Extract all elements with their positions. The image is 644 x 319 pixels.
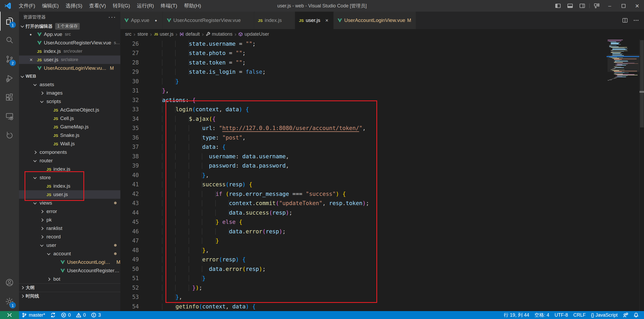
tree-folder-item[interactable]: error <box>19 207 120 216</box>
status-feedback[interactable] <box>620 311 631 319</box>
tree-folder-item[interactable]: components <box>19 148 120 156</box>
tree-file-item[interactable]: JSCell.js <box>19 114 120 123</box>
tree-folder-item[interactable]: scripts <box>19 97 120 106</box>
menu-item-0[interactable]: 文件(F) <box>15 0 39 12</box>
activity-remote-explorer-icon[interactable] <box>0 107 19 126</box>
activity-settings-icon[interactable]: 1 <box>0 292 19 311</box>
code-line-29: 29 state.is_login = false; <box>120 67 607 77</box>
activity-explorer-icon[interactable]: 1 <box>0 12 19 31</box>
maximize-button[interactable] <box>617 0 630 12</box>
tree-file-item[interactable]: UserAccountRegisterView.vue <box>19 266 120 275</box>
tree-file-item[interactable]: JSWall.js <box>19 140 120 148</box>
open-editor-item[interactable]: UserAccountLoginView.vu...M <box>19 64 120 72</box>
toggle-panel-icon[interactable] <box>564 0 576 12</box>
tree-folder-item[interactable]: pk <box>19 216 120 224</box>
open-editor-item[interactable]: UserAccountRegisterView.vues... <box>19 39 120 47</box>
status-空格: 4[interactable]: 空格: 4 <box>532 311 552 319</box>
activity-account-icon[interactable] <box>0 273 19 292</box>
editor-more-actions-icon[interactable] <box>633 17 639 24</box>
code-line-37: 37 data: { <box>120 142 607 152</box>
tree-folder-item[interactable]: record <box>19 233 120 241</box>
tree-file-item[interactable]: JSuser.js <box>19 190 120 199</box>
tree-file-item[interactable]: JSindex.js <box>19 182 120 190</box>
activity-search-icon[interactable] <box>0 31 19 50</box>
tree-folder-item[interactable]: account <box>19 249 120 258</box>
editor-scrollbar[interactable] <box>639 39 644 311</box>
menu-item-4[interactable]: 转到(G) <box>109 0 133 12</box>
activity-run-debug-icon[interactable] <box>0 69 19 88</box>
folder-label: assets <box>40 82 54 87</box>
activity-references-icon[interactable] <box>0 126 19 145</box>
open-editor-item[interactable]: ×JSuser.jssrc\store <box>19 56 120 64</box>
status-info[interactable]: 3 <box>88 311 103 319</box>
outline-section-header[interactable]: 大纲 <box>19 283 120 292</box>
breadcrumb-item-updateUser[interactable]: updateUser <box>238 31 269 37</box>
tree-file-item[interactable]: JSGameMap.js <box>19 123 120 131</box>
activity-source-control-icon[interactable]: 2 <box>0 50 19 69</box>
tree-folder-item[interactable]: assets <box>19 80 120 89</box>
scrollbar-thumb[interactable] <box>640 40 644 127</box>
sidebar-title: 资源管理器 <box>23 14 46 20</box>
status-CRLF[interactable]: CRLF <box>571 311 588 319</box>
folder-modified-dot <box>114 244 117 247</box>
menu-item-2[interactable]: 选择(S) <box>62 0 86 12</box>
tree-folder-item[interactable]: views <box>19 199 120 207</box>
project-section-header[interactable]: WEB <box>19 72 120 80</box>
open-editor-item[interactable]: JSindex.jssrc\router <box>19 47 120 56</box>
tree-folder-item[interactable]: store <box>19 173 120 182</box>
status-{} JavaScript[interactable]: {} JavaScript <box>588 311 620 319</box>
activity-extensions-icon[interactable] <box>0 88 19 107</box>
status-bell[interactable] <box>631 311 641 319</box>
status-error[interactable]: 0 <box>58 311 73 319</box>
tree-folder-item[interactable]: user <box>19 241 120 249</box>
code-editor[interactable]: 26 state.username = "";27 state.photo = … <box>120 39 607 311</box>
breadcrumb-item-user.js[interactable]: JSuser.js <box>154 31 173 37</box>
customize-layout-icon[interactable] <box>591 0 603 12</box>
toggle-sidebar-icon[interactable] <box>552 0 564 12</box>
sidebar-more-actions-icon[interactable]: ··· <box>108 13 116 21</box>
tree-file-item[interactable]: JSindex.js <box>19 165 120 173</box>
tab-App.vue[interactable]: App.vue● <box>120 12 163 29</box>
minimize-button[interactable]: – <box>603 0 617 12</box>
tree-folder-item[interactable]: bot <box>19 275 120 283</box>
status-行 19, 列 44[interactable]: 行 19, 列 44 <box>501 311 532 319</box>
breadcrumb-item-store[interactable]: store <box>138 31 148 37</box>
line-number: 45 <box>120 219 149 225</box>
minimap[interactable] <box>608 40 639 311</box>
tab-UserAccountLoginView.vue[interactable]: UserAccountLoginView.vueM <box>334 12 416 29</box>
tree-folder-item[interactable]: router <box>19 156 120 165</box>
tree-file-item[interactable]: JSSnake.js <box>19 131 120 140</box>
menu-item-7[interactable]: 帮助(H) <box>181 0 204 12</box>
breadcrumb-item-default[interactable]: default <box>179 31 200 37</box>
menu-item-3[interactable]: 查看(V) <box>86 0 109 12</box>
tree-file-item[interactable]: UserAccountLoginView.vueM <box>19 258 120 266</box>
breadcrumb-item-src[interactable]: src <box>125 31 131 37</box>
open-editors-section-header[interactable]: 打开的编辑器 1 个未保存 <box>19 22 120 30</box>
status-sync[interactable] <box>48 311 58 319</box>
open-editor-item[interactable]: ●App.vuesrc <box>19 30 120 39</box>
status-UTF-8[interactable]: UTF-8 <box>552 311 571 319</box>
toggle-secondary-sidebar-icon[interactable] <box>576 0 588 12</box>
tab-index.js[interactable]: JSindex.js <box>254 12 295 29</box>
tree-folder-item[interactable]: ranklist <box>19 224 120 233</box>
close-icon[interactable]: × <box>30 57 37 63</box>
wrench-icon <box>206 32 210 36</box>
close-window-button[interactable]: × <box>630 0 644 12</box>
status-warning[interactable]: 0 <box>73 311 88 319</box>
menu-item-5[interactable]: 运行(R) <box>134 0 157 12</box>
tab-UserAccountRegisterView.vue[interactable]: UserAccountRegisterView.vue <box>163 12 254 29</box>
tab-user.js[interactable]: JSuser.js× <box>295 12 334 29</box>
close-tab-icon[interactable]: × <box>324 17 330 24</box>
project-root-label: WEB <box>26 74 36 79</box>
tree-folder-item[interactable]: images <box>19 89 120 97</box>
menu-item-6[interactable]: 终端(T) <box>157 0 181 12</box>
chevron-right-icon <box>40 91 44 95</box>
timeline-section-header[interactable]: 时间线 <box>19 292 120 300</box>
minimap-line <box>608 41 621 41</box>
status-branch[interactable]: master* <box>19 311 48 319</box>
breadcrumb-item-mutations[interactable]: mutations <box>206 31 233 37</box>
menu-item-1[interactable]: 编辑(E) <box>39 0 62 12</box>
split-editor-icon[interactable] <box>622 17 628 24</box>
tree-file-item[interactable]: JSAcGameObject.js <box>19 106 120 114</box>
remote-indicator[interactable] <box>0 311 19 319</box>
